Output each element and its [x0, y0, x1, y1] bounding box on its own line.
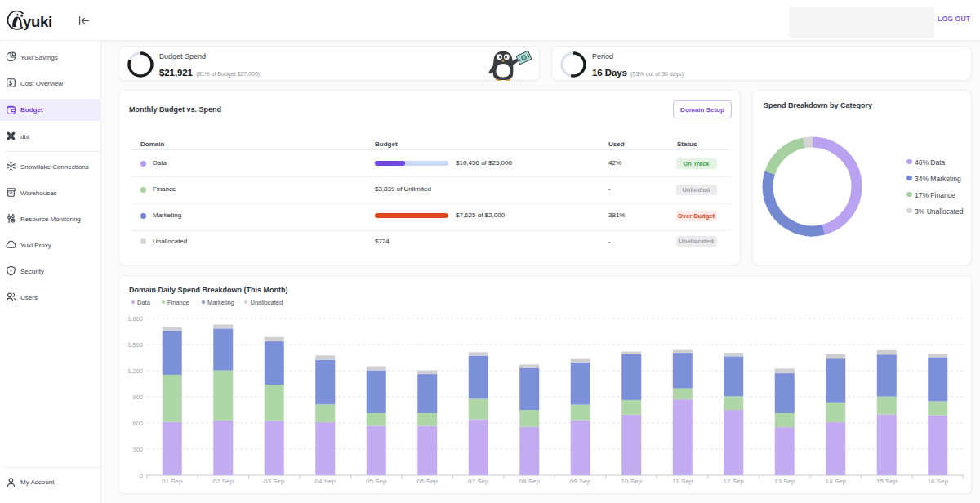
svg-text:05 Sep: 05 Sep [366, 478, 387, 485]
svg-text:14 Sep: 14 Sep [826, 478, 847, 485]
svg-text:1,200: 1,200 [127, 367, 143, 375]
svg-text:06 Sep: 06 Sep [417, 478, 439, 485]
svg-text:12 Sep: 12 Sep [724, 478, 745, 485]
svg-text:02 Sep: 02 Sep [213, 478, 234, 485]
svg-text:04 Sep: 04 Sep [315, 478, 336, 485]
svg-text:03 Sep: 03 Sep [264, 478, 285, 485]
svg-text:900: 900 [132, 394, 143, 401]
svg-text:yuki: yuki [23, 13, 52, 30]
svg-text:600: 600 [132, 420, 143, 427]
svg-text:08 Sep: 08 Sep [519, 478, 541, 485]
svg-text:16 Sep: 16 Sep [928, 478, 949, 485]
svg-text:0: 0 [140, 472, 143, 479]
svg-text:300: 300 [132, 446, 143, 453]
svg-text:13 Sep: 13 Sep [774, 478, 795, 485]
svg-text:01 Sep: 01 Sep [162, 478, 183, 485]
svg-text:10 Sep: 10 Sep [621, 478, 643, 485]
svg-text:11 Sep: 11 Sep [672, 478, 693, 485]
svg-text:1,500: 1,500 [127, 341, 143, 349]
svg-text:15 Sep: 15 Sep [876, 478, 898, 485]
svg-text:09 Sep: 09 Sep [570, 478, 591, 485]
svg-text:1,800: 1,800 [127, 315, 143, 323]
svg-text:07 Sep: 07 Sep [468, 478, 489, 485]
